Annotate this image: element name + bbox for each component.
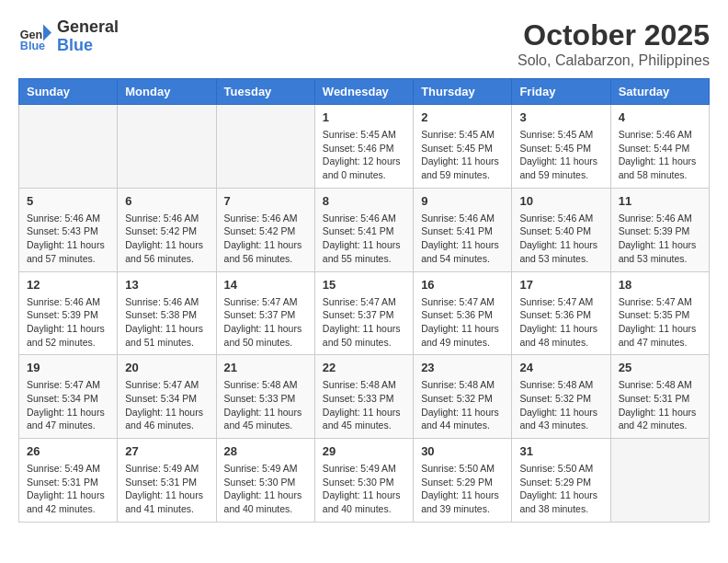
calendar-cell: 7Sunrise: 5:46 AM Sunset: 5:42 PM Daylig… (216, 188, 314, 271)
weekday-header-row: SundayMondayTuesdayWednesdayThursdayFrid… (19, 79, 710, 105)
day-info: Sunrise: 5:48 AM Sunset: 5:31 PM Dayligh… (619, 378, 701, 432)
day-number: 16 (421, 278, 504, 292)
day-info: Sunrise: 5:50 AM Sunset: 5:29 PM Dayligh… (421, 462, 504, 516)
day-info: Sunrise: 5:46 AM Sunset: 5:44 PM Dayligh… (619, 128, 701, 182)
day-info: Sunrise: 5:45 AM Sunset: 5:45 PM Dayligh… (421, 128, 504, 182)
day-info: Sunrise: 5:47 AM Sunset: 5:35 PM Dayligh… (619, 295, 701, 350)
day-info: Sunrise: 5:46 AM Sunset: 5:39 PM Dayligh… (619, 212, 701, 266)
logo-line2: Blue (57, 37, 119, 55)
calendar-cell: 22Sunrise: 5:48 AM Sunset: 5:33 PM Dayli… (314, 355, 413, 439)
day-number: 20 (125, 361, 208, 374)
calendar-cell: 30Sunrise: 5:50 AM Sunset: 5:29 PM Dayli… (414, 439, 512, 523)
day-info: Sunrise: 5:45 AM Sunset: 5:46 PM Dayligh… (323, 128, 405, 182)
calendar-body: 1Sunrise: 5:45 AM Sunset: 5:46 PM Daylig… (19, 105, 710, 523)
svg-text:Blue: Blue (20, 40, 45, 52)
day-info: Sunrise: 5:46 AM Sunset: 5:39 PM Dayligh… (27, 295, 109, 350)
day-info: Sunrise: 5:46 AM Sunset: 5:41 PM Dayligh… (421, 212, 504, 266)
day-number: 5 (27, 194, 109, 208)
day-info: Sunrise: 5:49 AM Sunset: 5:31 PM Dayligh… (27, 462, 109, 516)
calendar-cell: 19Sunrise: 5:47 AM Sunset: 5:34 PM Dayli… (19, 355, 118, 439)
day-info: Sunrise: 5:50 AM Sunset: 5:29 PM Dayligh… (519, 462, 602, 516)
calendar-cell (118, 105, 216, 189)
day-info: Sunrise: 5:46 AM Sunset: 5:42 PM Dayligh… (224, 212, 307, 266)
page-header: Gen Blue General Blue October 2025 Solo,… (18, 18, 710, 69)
calendar-cell: 6Sunrise: 5:46 AM Sunset: 5:42 PM Daylig… (118, 188, 216, 271)
day-number: 15 (323, 278, 405, 292)
day-info: Sunrise: 5:47 AM Sunset: 5:36 PM Dayligh… (421, 295, 504, 350)
calendar-cell: 8Sunrise: 5:46 AM Sunset: 5:41 PM Daylig… (314, 188, 413, 271)
title-block: October 2025 Solo, Calabarzon, Philippin… (518, 18, 710, 69)
weekday-header-monday: Monday (118, 79, 216, 105)
calendar-cell: 11Sunrise: 5:46 AM Sunset: 5:39 PM Dayli… (610, 188, 709, 271)
day-info: Sunrise: 5:47 AM Sunset: 5:34 PM Dayligh… (27, 378, 109, 432)
day-info: Sunrise: 5:46 AM Sunset: 5:42 PM Dayligh… (125, 212, 208, 266)
calendar-table: SundayMondayTuesdayWednesdayThursdayFrid… (18, 78, 710, 523)
calendar-week-2: 5Sunrise: 5:46 AM Sunset: 5:43 PM Daylig… (19, 188, 710, 271)
day-info: Sunrise: 5:46 AM Sunset: 5:40 PM Dayligh… (519, 212, 602, 266)
day-number: 28 (224, 444, 307, 458)
day-number: 7 (224, 194, 307, 208)
calendar-cell: 31Sunrise: 5:50 AM Sunset: 5:29 PM Dayli… (512, 439, 610, 523)
day-info: Sunrise: 5:49 AM Sunset: 5:31 PM Dayligh… (125, 462, 208, 516)
calendar-week-4: 19Sunrise: 5:47 AM Sunset: 5:34 PM Dayli… (19, 355, 710, 439)
calendar-cell: 29Sunrise: 5:49 AM Sunset: 5:30 PM Dayli… (314, 439, 413, 523)
calendar-title: October 2025 (518, 18, 710, 52)
calendar-cell: 15Sunrise: 5:47 AM Sunset: 5:37 PM Dayli… (314, 271, 413, 355)
day-info: Sunrise: 5:46 AM Sunset: 5:38 PM Dayligh… (125, 295, 208, 350)
day-info: Sunrise: 5:46 AM Sunset: 5:43 PM Dayligh… (27, 212, 109, 266)
calendar-header: SundayMondayTuesdayWednesdayThursdayFrid… (19, 79, 710, 105)
calendar-cell: 3Sunrise: 5:45 AM Sunset: 5:45 PM Daylig… (512, 105, 610, 189)
day-info: Sunrise: 5:48 AM Sunset: 5:32 PM Dayligh… (519, 378, 602, 432)
calendar-cell: 4Sunrise: 5:46 AM Sunset: 5:44 PM Daylig… (610, 105, 709, 189)
day-info: Sunrise: 5:47 AM Sunset: 5:37 PM Dayligh… (224, 295, 307, 350)
day-info: Sunrise: 5:46 AM Sunset: 5:41 PM Dayligh… (323, 212, 405, 266)
calendar-cell: 26Sunrise: 5:49 AM Sunset: 5:31 PM Dayli… (19, 439, 118, 523)
svg-marker-2 (43, 24, 51, 40)
day-info: Sunrise: 5:48 AM Sunset: 5:33 PM Dayligh… (323, 378, 405, 432)
calendar-cell: 21Sunrise: 5:48 AM Sunset: 5:33 PM Dayli… (216, 355, 314, 439)
day-number: 14 (224, 278, 307, 292)
calendar-cell: 16Sunrise: 5:47 AM Sunset: 5:36 PM Dayli… (414, 271, 512, 355)
calendar-cell: 1Sunrise: 5:45 AM Sunset: 5:46 PM Daylig… (314, 105, 413, 189)
calendar-cell: 10Sunrise: 5:46 AM Sunset: 5:40 PM Dayli… (512, 188, 610, 271)
logo-text: General Blue (57, 18, 119, 55)
calendar-cell: 27Sunrise: 5:49 AM Sunset: 5:31 PM Dayli… (118, 439, 216, 523)
calendar-subtitle: Solo, Calabarzon, Philippines (518, 52, 710, 69)
weekday-header-tuesday: Tuesday (216, 79, 314, 105)
day-number: 27 (125, 444, 208, 458)
calendar-cell: 9Sunrise: 5:46 AM Sunset: 5:41 PM Daylig… (414, 188, 512, 271)
day-number: 2 (421, 110, 504, 124)
calendar-week-3: 12Sunrise: 5:46 AM Sunset: 5:39 PM Dayli… (19, 271, 710, 355)
day-number: 12 (27, 278, 109, 292)
calendar-cell (19, 105, 118, 189)
day-number: 29 (323, 444, 405, 458)
logo-line1: General (57, 18, 119, 37)
day-number: 6 (125, 194, 208, 208)
day-number: 8 (323, 194, 405, 208)
day-info: Sunrise: 5:48 AM Sunset: 5:32 PM Dayligh… (421, 378, 504, 432)
calendar-cell: 14Sunrise: 5:47 AM Sunset: 5:37 PM Dayli… (216, 271, 314, 355)
calendar-cell: 18Sunrise: 5:47 AM Sunset: 5:35 PM Dayli… (610, 271, 709, 355)
day-number: 10 (519, 194, 602, 208)
day-number: 13 (125, 278, 208, 292)
day-number: 24 (519, 361, 602, 374)
weekday-header-saturday: Saturday (610, 79, 709, 105)
calendar-cell: 5Sunrise: 5:46 AM Sunset: 5:43 PM Daylig… (19, 188, 118, 271)
day-info: Sunrise: 5:45 AM Sunset: 5:45 PM Dayligh… (519, 128, 602, 182)
weekday-header-thursday: Thursday (414, 79, 512, 105)
day-number: 9 (421, 194, 504, 208)
day-info: Sunrise: 5:47 AM Sunset: 5:37 PM Dayligh… (323, 295, 405, 350)
calendar-cell: 20Sunrise: 5:47 AM Sunset: 5:34 PM Dayli… (118, 355, 216, 439)
calendar-cell (610, 439, 709, 523)
day-number: 19 (27, 361, 109, 374)
day-number: 1 (323, 110, 405, 124)
calendar-cell: 25Sunrise: 5:48 AM Sunset: 5:31 PM Dayli… (610, 355, 709, 439)
day-number: 3 (519, 110, 602, 124)
logo: Gen Blue General Blue (18, 18, 119, 55)
calendar-cell: 13Sunrise: 5:46 AM Sunset: 5:38 PM Dayli… (118, 271, 216, 355)
day-info: Sunrise: 5:49 AM Sunset: 5:30 PM Dayligh… (323, 462, 405, 516)
calendar-week-5: 26Sunrise: 5:49 AM Sunset: 5:31 PM Dayli… (19, 439, 710, 523)
day-number: 31 (519, 444, 602, 458)
calendar-cell: 2Sunrise: 5:45 AM Sunset: 5:45 PM Daylig… (414, 105, 512, 189)
day-number: 26 (27, 444, 109, 458)
